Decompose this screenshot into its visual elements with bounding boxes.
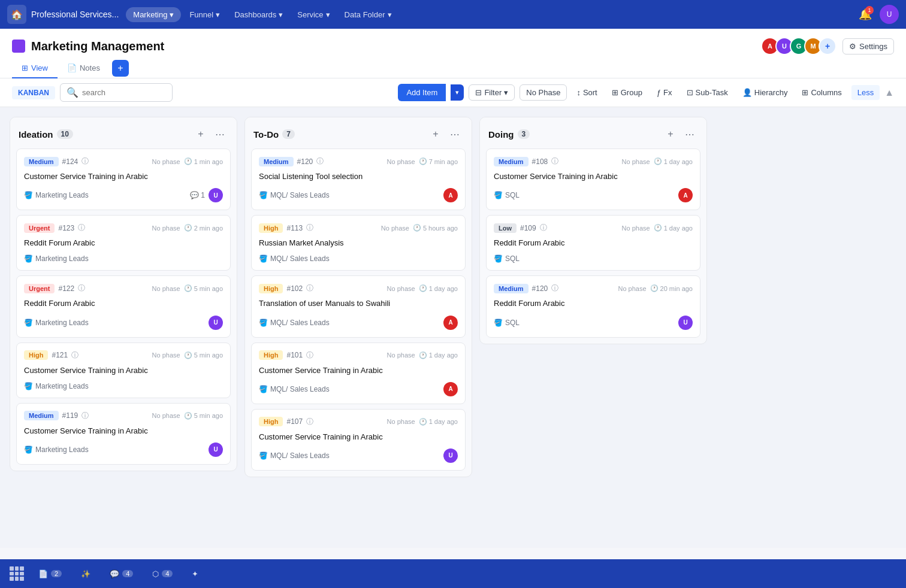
card-bucket: 🪣 SQL xyxy=(494,254,520,263)
group-button[interactable]: ⊞ Group xyxy=(607,85,647,100)
info-icon[interactable]: ⓘ xyxy=(78,223,85,233)
table-icon: ⊞ xyxy=(22,63,28,72)
card-item[interactable]: High #107 ⓘ No phase 🕐 1 day ago Custome… xyxy=(251,409,466,471)
bottom-chat-button[interactable]: 💬 4 xyxy=(105,567,138,581)
grid-menu-button[interactable] xyxy=(10,566,24,581)
info-icon[interactable]: ⓘ xyxy=(306,223,313,233)
nav-item-data-folder[interactable]: Data Folder ▾ xyxy=(339,7,398,22)
card-title: Reddit Forum Arabic xyxy=(24,238,223,248)
card-item[interactable]: Medium #120 ⓘ No phase 🕐 20 min ago Redd… xyxy=(486,275,700,337)
bottom-layers-button[interactable]: ⬡ 4 xyxy=(147,567,177,581)
add-tab-button[interactable]: + xyxy=(112,60,129,77)
add-card-button[interactable]: + xyxy=(662,126,679,143)
bottom-settings-button[interactable]: ✦ xyxy=(187,567,203,581)
info-icon[interactable]: ⓘ xyxy=(306,350,313,360)
card-item[interactable]: Urgent #122 ⓘ No phase 🕐 5 min ago Reddi… xyxy=(16,275,231,337)
add-item-dropdown-button[interactable]: ▾ xyxy=(451,84,464,101)
card-item[interactable]: Low #109 ⓘ No phase 🕐 1 day ago Reddit F… xyxy=(486,215,700,271)
column-count: 3 xyxy=(518,129,530,139)
column-menu-button[interactable]: ⋯ xyxy=(446,126,463,143)
search-icon: 🔍 xyxy=(67,87,78,98)
bottom-ai-button[interactable]: ✨ xyxy=(76,567,95,581)
info-icon[interactable]: ⓘ xyxy=(551,156,558,166)
card-avatar: U xyxy=(443,448,458,463)
fx-button[interactable]: ƒ Fx xyxy=(652,85,677,100)
column-menu-button[interactable]: ⋯ xyxy=(212,126,228,143)
card-time: 🕐 1 day ago xyxy=(654,224,693,232)
user-avatar[interactable]: U xyxy=(880,5,899,24)
info-icon[interactable]: ⓘ xyxy=(306,417,313,427)
info-icon[interactable]: ⓘ xyxy=(81,156,89,166)
add-item-button[interactable]: Add Item xyxy=(398,84,446,101)
hierarchy-button[interactable]: 👤 Hierarchy xyxy=(738,85,793,100)
less-button[interactable]: Less xyxy=(851,85,880,100)
priority-badge: Urgent xyxy=(24,284,55,293)
card-bucket: 🪣 MQL/ Sales Leads xyxy=(259,319,330,327)
card-id: #109 xyxy=(520,224,536,232)
bucket-icon: 🪣 xyxy=(494,254,503,263)
info-icon[interactable]: ⓘ xyxy=(71,350,78,360)
bucket-icon: 🪣 xyxy=(259,319,268,327)
card-phase: No phase xyxy=(622,158,650,165)
nav-item-funnel[interactable]: Funnel ▾ xyxy=(183,7,226,22)
notification-button[interactable]: 🔔 1 xyxy=(856,5,875,24)
column-title: Ideation xyxy=(19,129,53,140)
card-item[interactable]: High #102 ⓘ No phase 🕐 1 day ago Transla… xyxy=(251,275,466,337)
bucket-icon: 🪣 xyxy=(24,191,33,199)
info-icon[interactable]: ⓘ xyxy=(306,283,313,293)
filter-button[interactable]: ⊟ Filter ▾ xyxy=(469,84,515,101)
card-bucket: 🪣 MQL/ Sales Leads xyxy=(259,254,330,263)
add-collaborator-button[interactable]: + xyxy=(819,37,836,55)
card-bucket: 🪣 MQL/ Sales Leads xyxy=(259,451,330,460)
card-item[interactable]: Urgent #123 ⓘ No phase 🕐 2 min ago Reddi… xyxy=(16,215,231,271)
info-icon[interactable]: ⓘ xyxy=(540,223,547,233)
subtask-button[interactable]: ⊡ Sub-Task xyxy=(682,85,733,100)
clock-icon: 🕐 xyxy=(184,412,192,420)
columns-button[interactable]: ⊞ Columns xyxy=(797,85,846,100)
tab-notes[interactable]: 📄 Notes xyxy=(58,59,110,78)
tab-view[interactable]: ⊞ View xyxy=(12,59,58,78)
info-icon[interactable]: ⓘ xyxy=(316,156,324,166)
no-phase-button[interactable]: No Phase xyxy=(520,84,567,101)
card-item[interactable]: Medium #124 ⓘ No phase 🕐 1 min ago Custo… xyxy=(16,148,231,210)
card-time: 🕐 5 min ago xyxy=(184,284,223,292)
search-box[interactable]: 🔍 xyxy=(60,83,173,102)
card-phase: No phase xyxy=(381,225,409,232)
card-avatar: U xyxy=(678,316,693,330)
card-item[interactable]: High #113 ⓘ No phase 🕐 5 hours ago Russi… xyxy=(251,215,466,271)
column-menu-button[interactable]: ⋯ xyxy=(681,126,698,143)
clock-icon: 🕐 xyxy=(419,284,427,292)
chevron-down-icon: ▾ xyxy=(279,10,283,19)
notes-icon: 📄 xyxy=(67,63,77,72)
collaborators-avatars: A U G M + xyxy=(761,37,836,55)
info-icon[interactable]: ⓘ xyxy=(81,411,89,421)
card-avatar: U xyxy=(209,442,223,457)
card-title: Customer Service Training in Arabic xyxy=(494,171,693,182)
app-title: Professional Services... xyxy=(31,10,119,19)
add-card-button[interactable]: + xyxy=(427,126,444,143)
priority-badge: High xyxy=(259,284,283,293)
collapse-toolbar-button[interactable]: ▲ xyxy=(884,87,894,98)
info-icon[interactable]: ⓘ xyxy=(551,283,558,293)
nav-item-service[interactable]: Service ▾ xyxy=(291,7,336,22)
search-input[interactable] xyxy=(82,88,166,97)
nav-tab-marketing[interactable]: Marketing ▾ xyxy=(126,7,181,22)
clock-icon: 🕐 xyxy=(419,351,427,359)
add-card-button[interactable]: + xyxy=(192,126,209,143)
info-icon[interactable]: ⓘ xyxy=(78,283,85,293)
card-item[interactable]: Medium #120 ⓘ No phase 🕐 7 min ago Socia… xyxy=(251,148,466,210)
card-avatar: U xyxy=(209,188,223,202)
card-item[interactable]: High #121 ⓘ No phase 🕐 5 min ago Custome… xyxy=(16,343,231,398)
sort-button[interactable]: ↕ Sort xyxy=(572,85,602,100)
home-button[interactable]: 🏠 xyxy=(7,5,26,24)
kanban-badge: KANBAN xyxy=(12,86,55,99)
bottom-doc-button[interactable]: 📄 2 xyxy=(34,567,67,581)
nav-item-dashboards[interactable]: Dashboards ▾ xyxy=(228,7,289,22)
card-phase: No phase xyxy=(152,158,180,165)
card-bucket: 🪣 Marketing Leads xyxy=(24,382,89,390)
priority-badge: High xyxy=(259,350,283,360)
card-item[interactable]: Medium #108 ⓘ No phase 🕐 1 day ago Custo… xyxy=(486,148,700,210)
settings-button[interactable]: ⚙ Settings xyxy=(842,38,894,54)
card-item[interactable]: Medium #119 ⓘ No phase 🕐 5 min ago Custo… xyxy=(16,403,231,465)
card-item[interactable]: High #101 ⓘ No phase 🕐 1 day ago Custome… xyxy=(251,343,466,404)
